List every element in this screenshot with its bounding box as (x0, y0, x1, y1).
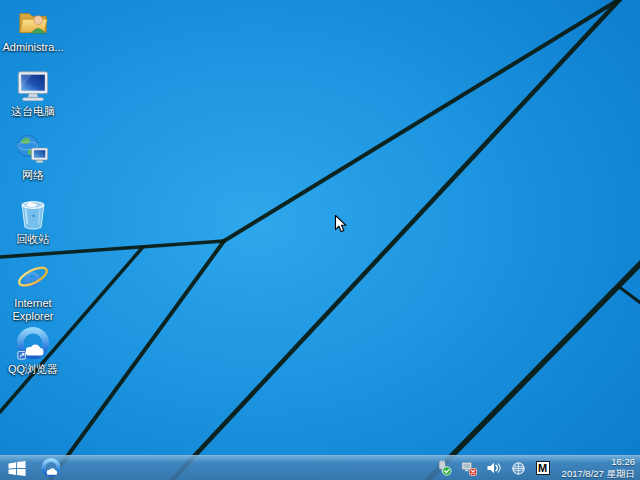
taskbar-clock[interactable]: 16:26 2017/8/27 星期日 (562, 456, 635, 480)
recycle-bin-icon (16, 197, 50, 231)
desktop-icon-internet-explorer[interactable]: e Internet Explorer (1, 261, 65, 323)
desktop-icon-label: QQ浏览器 (1, 363, 65, 376)
windows-logo-icon (8, 461, 26, 476)
ime-mode-badge[interactable]: M (536, 461, 550, 475)
qq-browser-taskbar-icon (41, 458, 61, 478)
taskbar-qq-browser-button[interactable] (34, 456, 67, 480)
clock-date: 2017/8/27 星期日 (562, 468, 635, 480)
system-tray: M 16:26 2017/8/27 星期日 (436, 456, 640, 480)
clock-time: 16:26 (562, 456, 635, 468)
globe-ime-icon[interactable] (511, 460, 527, 476)
start-button[interactable] (0, 456, 34, 480)
desktop-icon-label: Administra... (1, 41, 65, 54)
desktop-icon-label: 回收站 (1, 233, 65, 246)
wallpaper-background (0, 0, 640, 480)
taskbar: M 16:26 2017/8/27 星期日 (0, 455, 640, 480)
desktop-icon-label: 这台电脑 (1, 105, 65, 118)
qq-browser-icon (16, 327, 50, 361)
this-pc-monitor-icon (16, 69, 50, 103)
desktop-screen: Administra... 这台电脑 (0, 0, 640, 480)
desktop-icon-recycle-bin[interactable]: 回收站 (1, 197, 65, 246)
administrator-folder-icon (16, 5, 50, 39)
network-globe-icon (16, 133, 50, 167)
usb-safely-remove-icon[interactable] (436, 460, 452, 476)
internet-explorer-icon: e (16, 261, 50, 295)
desktop-icon-label: Internet Explorer (1, 297, 65, 323)
svg-text:e: e (23, 262, 42, 293)
network-disconnected-icon[interactable] (461, 460, 477, 476)
volume-icon[interactable] (486, 460, 502, 476)
mouse-cursor (334, 214, 347, 234)
desktop-icon-qq-browser[interactable]: QQ浏览器 (1, 327, 65, 376)
wallpaper (0, 0, 640, 480)
desktop-icon-this-pc[interactable]: 这台电脑 (1, 69, 65, 118)
desktop-icon-administrator[interactable]: Administra... (1, 5, 65, 54)
desktop-icon-label: 网络 (1, 169, 65, 182)
desktop-icon-network[interactable]: 网络 (1, 133, 65, 182)
